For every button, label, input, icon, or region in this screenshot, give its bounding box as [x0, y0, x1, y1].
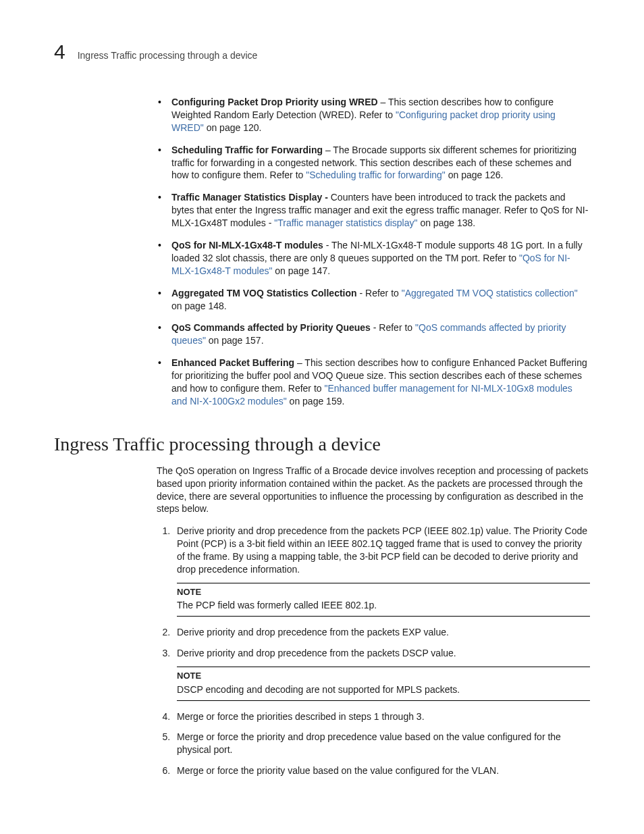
bullet-sep: -	[357, 288, 365, 298]
section-body: The QoS operation on Ingress Traffic of …	[157, 465, 590, 777]
bullet-title: Traffic Manager Statistics Display -	[171, 192, 328, 203]
bullet-title: Enhanced Packet Buffering	[171, 357, 294, 368]
cross-reference-link[interactable]: "Aggregated TM VOQ statistics collection…	[402, 288, 578, 298]
step-text: Derive priority and drop precedence from…	[177, 648, 456, 658]
list-item: Enhanced Packet Buffering – This section…	[157, 357, 590, 408]
cross-reference-link[interactable]: "Scheduling traffic for forwarding"	[306, 170, 446, 180]
step-text: Merge or force the priority value based …	[177, 765, 499, 776]
bullet-text: Refer to	[379, 322, 415, 333]
chapter-number: 4	[54, 41, 65, 63]
step-text: Derive priority and drop precedence from…	[177, 627, 449, 637]
note-body: DSCP encoding and decoding are not suppo…	[177, 683, 590, 696]
bullet-sep: –	[323, 145, 333, 155]
bullet-sep: -	[323, 240, 331, 251]
bullet-tail: on page 147.	[272, 265, 330, 276]
cross-reference-link[interactable]: "Traffic manager statistics display"	[274, 217, 417, 228]
list-item: Traffic Manager Statistics Display - Cou…	[157, 191, 590, 230]
note-block: NOTE The PCP field was formerly called I…	[177, 583, 590, 617]
step-text: Merge or force the priorities described …	[177, 711, 425, 722]
intro-paragraph: The QoS operation on Ingress Traffic of …	[157, 465, 590, 516]
step-text: Derive priority and drop precedence from…	[177, 525, 587, 575]
step-item: Merge or force the priority value based …	[173, 764, 590, 777]
step-item: Merge or force the priority and drop pre…	[173, 731, 590, 756]
bullet-text: Refer to	[365, 288, 402, 298]
step-item: Derive priority and drop precedence from…	[173, 647, 590, 700]
list-item: Aggregated TM VOQ Statistics Collection …	[157, 287, 590, 313]
steps-list: Derive priority and drop precedence from…	[157, 525, 590, 777]
bullet-sep: –	[294, 357, 304, 368]
bullet-tail: on page 120.	[204, 122, 262, 133]
list-item: QoS for NI-MLX-1Gx48-T modules - The NI-…	[157, 239, 590, 278]
bullet-sep: -	[371, 322, 379, 333]
bullet-section: Configuring Packet Drop Priority using W…	[157, 96, 590, 408]
list-item: QoS Commands affected by Priority Queues…	[157, 321, 590, 347]
bullet-title: Scheduling Traffic for Forwarding	[171, 145, 323, 155]
note-block: NOTE DSCP encoding and decoding are not …	[177, 667, 590, 700]
list-item: Configuring Packet Drop Priority using W…	[157, 96, 590, 134]
bullet-tail: on page 138.	[418, 217, 476, 228]
note-title: NOTE	[177, 670, 590, 682]
header-title: Ingress Traffic processing through a dev…	[78, 50, 258, 61]
step-item: Merge or force the priorities described …	[173, 710, 590, 723]
bullet-tail: on page 126.	[446, 170, 504, 180]
bullet-title: Configuring Packet Drop Priority using W…	[171, 97, 378, 107]
step-item: Derive priority and drop precedence from…	[173, 626, 590, 639]
list-item: Scheduling Traffic for Forwarding – The …	[157, 144, 590, 182]
bullet-title: QoS Commands affected by Priority Queues	[171, 322, 371, 333]
document-page: 4 Ingress Traffic processing through a d…	[0, 0, 644, 834]
section-heading: Ingress Traffic processing through a dev…	[54, 434, 590, 455]
note-title: NOTE	[177, 586, 590, 598]
bullet-title: Aggregated TM VOQ Statistics Collection	[171, 288, 357, 298]
note-body: The PCP field was formerly called IEEE 8…	[177, 599, 590, 612]
step-text: Merge or force the priority and drop pre…	[177, 731, 561, 755]
step-item: Derive priority and drop precedence from…	[173, 525, 590, 617]
page-header: 4 Ingress Traffic processing through a d…	[54, 41, 590, 63]
bullet-list: Configuring Packet Drop Priority using W…	[157, 96, 590, 408]
bullet-tail: on page 157.	[206, 335, 264, 346]
bullet-sep: –	[378, 97, 388, 107]
bullet-title: QoS for NI-MLX-1Gx48-T modules	[171, 240, 323, 251]
bullet-tail: on page 148.	[171, 301, 227, 311]
bullet-tail: on page 159.	[287, 396, 345, 407]
